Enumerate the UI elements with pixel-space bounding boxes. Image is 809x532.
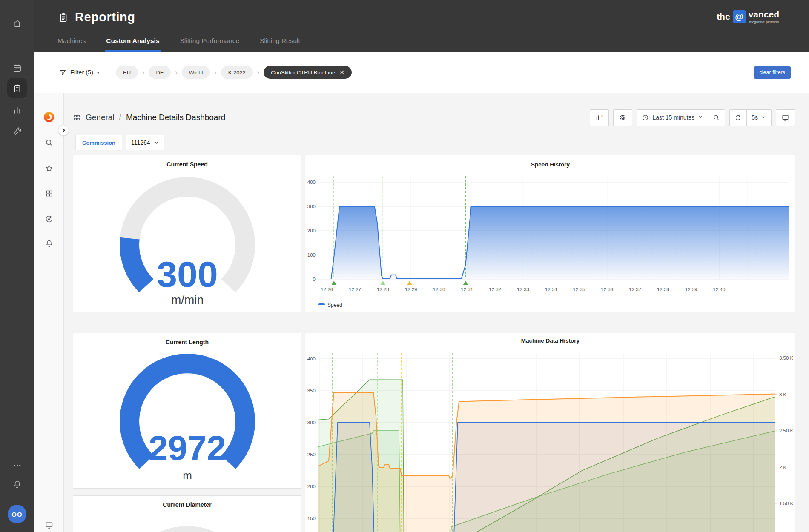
chip-city[interactable]: Wiehl [182,66,210,79]
chip-hall[interactable]: K 2022 [221,66,253,79]
report-icon [58,12,69,23]
grafana-logo-icon[interactable] [34,111,64,123]
variable-label[interactable]: Commission [75,135,122,150]
current-length-gauge: 2972m [73,346,301,489]
svg-text:300: 300 [307,204,316,209]
notifications-bell-icon[interactable] [0,480,34,489]
svg-text:200: 200 [307,228,316,233]
chip-region[interactable]: EU [116,66,138,79]
alerting-bell-icon[interactable] [34,239,64,248]
chevron-separator-icon: › [257,69,259,76]
panel-title: Current Diameter [73,496,301,509]
panel-current-speed: Current Speed 300m/min [73,155,301,312]
analytics-icon[interactable] [0,105,34,115]
current-speed-gauge: 300m/min [73,168,301,312]
chevron-down-icon [154,140,159,145]
help-monitor-icon[interactable] [34,521,64,529]
chip-machine-active[interactable]: ConSlitter CTRU BlueLine ✕ [264,66,352,79]
app-sidebar: OO [0,0,34,532]
refresh-interval-picker[interactable]: 5s [746,110,771,126]
zoom-out-button[interactable] [708,110,725,126]
chevron-down-icon [698,114,703,121]
dashboard-main: General / Machine Details Dashboard Last… [64,93,809,532]
sidebar-expand-button[interactable] [58,125,69,136]
svg-text:12:32: 12:32 [489,287,501,292]
calendar-icon[interactable] [0,63,34,73]
user-avatar[interactable]: OO [8,505,26,523]
brand-logo: the @ vanced integrative platform [717,9,779,24]
svg-text:12:34: 12:34 [545,287,557,292]
chevron-separator-icon: › [214,69,216,76]
tools-icon[interactable] [0,126,34,136]
chip-country[interactable]: DE [149,66,171,79]
machine-data-history-chart: Machine Data History4003503002502001503.… [305,333,795,532]
breadcrumb-folder[interactable]: General [86,113,115,122]
svg-text:2 K: 2 K [779,465,787,470]
svg-text:12:37: 12:37 [629,287,641,292]
svg-text:2972: 2972 [149,429,226,467]
current-diameter-gauge [73,509,301,532]
time-range-picker[interactable]: Last 15 minutes [637,110,708,126]
time-range-label: Last 15 minutes [652,114,694,121]
app-title: Reporting [58,10,135,24]
funnel-icon [59,69,66,76]
sidebar-item-reporting[interactable] [7,78,27,98]
dashboard-toolbar: Last 15 minutes 5s [590,109,795,126]
template-variables-row: Commission 111264 [75,135,164,150]
add-panel-button[interactable] [590,109,609,126]
svg-text:Speed: Speed [327,302,342,308]
variable-value-select[interactable]: 111264 [126,135,164,150]
apps-grid-icon [73,114,81,122]
svg-text:12:27: 12:27 [349,287,361,292]
svg-text:400: 400 [307,356,316,361]
svg-text:300: 300 [307,420,316,425]
svg-text:3 K: 3 K [779,392,787,397]
svg-text:Machine Data History: Machine Data History [521,338,580,344]
home-icon[interactable] [0,19,34,29]
chevron-separator-icon: › [175,69,177,76]
chevron-separator-icon: › [142,69,144,76]
clock-icon [642,114,649,121]
svg-text:Speed History: Speed History [531,161,570,168]
refresh-icon [734,114,742,121]
svg-text:3.50 K: 3.50 K [779,355,794,360]
svg-text:12:38: 12:38 [657,287,669,292]
tab-custom-analysis[interactable]: Custom Analysis [105,37,160,52]
logo-at-icon: @ [733,10,746,23]
gear-icon [619,114,627,122]
breadcrumb[interactable]: General / Machine Details Dashboard [73,113,225,122]
time-range-group: Last 15 minutes [637,109,725,126]
clear-filters-button[interactable]: clear filters [754,66,791,79]
svg-text:12:33: 12:33 [517,287,529,292]
svg-text:250: 250 [307,452,316,457]
star-icon[interactable] [34,164,64,173]
dashboard-settings-button[interactable] [613,109,632,126]
filter-dropdown[interactable]: Filter (5) ▾ [59,69,99,76]
svg-text:12:31: 12:31 [461,287,473,292]
more-options-icon[interactable] [0,460,34,470]
search-icon[interactable] [34,138,64,147]
tab-machines[interactable]: Machines [57,37,86,52]
logo-suffix: vanced [749,9,779,20]
dashboards-grid-icon[interactable] [34,189,64,198]
filter-chips: EU › DE › Wiehl › K 2022 › ConSlitter CT… [116,66,352,79]
sidebar-divider [0,452,34,452]
breadcrumb-separator: / [119,113,121,122]
tab-slitting-result[interactable]: Slitting Result [259,37,301,52]
nav-tabs: Machines Custom Analysis Slitting Perfor… [57,37,301,52]
svg-text:12:39: 12:39 [685,287,697,292]
svg-text:1.50 K: 1.50 K [779,501,794,506]
grafana-embed: General / Machine Details Dashboard Last… [34,93,809,532]
close-icon[interactable]: ✕ [339,69,344,76]
svg-text:12:26: 12:26 [321,287,333,292]
svg-text:100: 100 [307,252,316,257]
tab-slitting-performance[interactable]: Slitting Performance [179,37,241,52]
svg-text:2.50 K: 2.50 K [779,428,794,433]
filter-bar: Filter (5) ▾ EU › DE › Wiehl › K 2022 › … [34,52,809,93]
kiosk-mode-button[interactable] [776,109,795,126]
variable-value: 111264 [131,139,150,146]
refresh-interval-label: 5s [752,114,758,121]
explore-compass-icon[interactable] [34,215,64,223]
refresh-button[interactable] [730,110,746,126]
chevron-down-icon [761,114,766,121]
